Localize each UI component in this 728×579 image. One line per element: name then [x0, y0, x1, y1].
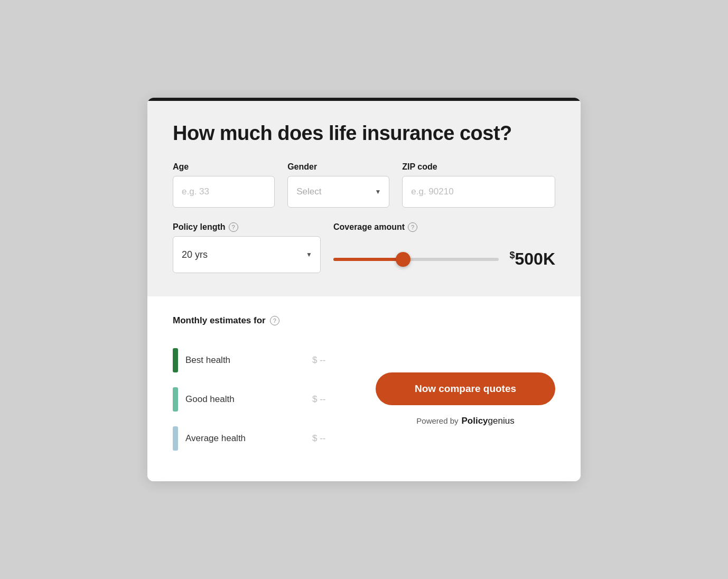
policy-field-group: Policy length ? 10 yrs 15 yrs 20 yrs 25 …: [173, 222, 321, 273]
policy-label: Policy length: [173, 222, 226, 232]
page-title: How much does life insurance cost?: [173, 122, 555, 145]
health-row-good: Good health $ --: [173, 380, 354, 419]
good-health-indicator: [173, 387, 178, 412]
coverage-help-icon[interactable]: ?: [408, 222, 417, 232]
average-health-label: Average health: [185, 433, 294, 444]
good-health-label: Good health: [185, 394, 294, 405]
average-health-indicator: [173, 426, 178, 451]
cta-area: Now compare quotes Powered by Policygeni…: [354, 341, 555, 458]
gender-field-group: Gender Select Male Female Non-binary ▼: [287, 162, 389, 208]
monthly-estimates-label: Monthly estimates for: [173, 315, 266, 326]
estimates-help-icon[interactable]: ?: [270, 316, 279, 325]
coverage-label: Coverage amount: [333, 222, 405, 232]
policy-help-icon[interactable]: ?: [229, 222, 238, 232]
gender-select[interactable]: Select Male Female Non-binary: [287, 176, 389, 208]
coverage-amount: 500K: [515, 249, 556, 268]
best-health-price: $ --: [312, 355, 354, 366]
estimates-content: Best health $ -- Good health $ -- Averag…: [173, 341, 555, 458]
policygenius-bold: Policy: [462, 416, 488, 426]
powered-by-row: Powered by Policygenius: [416, 416, 514, 426]
coverage-value: $500K: [509, 249, 555, 269]
slider-row: $500K: [333, 249, 555, 270]
coverage-slider-wrapper: [333, 249, 499, 270]
bottom-section: Monthly estimates for ? Best health $ --…: [147, 296, 581, 481]
widget-container: How much does life insurance cost? Age G…: [147, 98, 581, 481]
fields-row-1: Age Gender Select Male Female Non-binary…: [173, 162, 555, 208]
zip-label: ZIP code: [402, 162, 555, 172]
powered-by-label: Powered by: [416, 416, 458, 425]
form-section: How much does life insurance cost? Age G…: [147, 101, 581, 296]
coverage-field-group: Coverage amount ? $500K: [333, 222, 555, 270]
coverage-currency: $: [509, 250, 515, 261]
average-health-price: $ --: [312, 433, 354, 444]
gender-select-wrapper: Select Male Female Non-binary ▼: [287, 176, 389, 208]
policy-label-row: Policy length ?: [173, 222, 321, 232]
fields-row-2: Policy length ? 10 yrs 15 yrs 20 yrs 25 …: [173, 222, 555, 273]
good-health-price: $ --: [312, 394, 354, 405]
policy-select-wrapper: 10 yrs 15 yrs 20 yrs 25 yrs 30 yrs ▼: [173, 236, 321, 273]
best-health-label: Best health: [185, 355, 294, 366]
health-row-best: Best health $ --: [173, 341, 354, 380]
monthly-estimates-header: Monthly estimates for ?: [173, 315, 555, 326]
gender-label: Gender: [287, 162, 389, 172]
age-label: Age: [173, 162, 275, 172]
zip-field-group: ZIP code: [402, 162, 555, 208]
best-health-indicator: [173, 348, 178, 372]
coverage-header: Coverage amount ?: [333, 222, 555, 232]
compare-quotes-button[interactable]: Now compare quotes: [376, 372, 555, 405]
age-input[interactable]: [173, 176, 275, 208]
coverage-label-row: Coverage amount ?: [333, 222, 417, 232]
health-items-list: Best health $ -- Good health $ -- Averag…: [173, 341, 354, 458]
age-field-group: Age: [173, 162, 275, 208]
policygenius-brand: Policygenius: [462, 416, 515, 426]
policygenius-light: genius: [488, 416, 515, 426]
zip-input[interactable]: [402, 176, 555, 208]
health-row-average: Average health $ --: [173, 419, 354, 458]
policy-select[interactable]: 10 yrs 15 yrs 20 yrs 25 yrs 30 yrs: [173, 236, 321, 273]
